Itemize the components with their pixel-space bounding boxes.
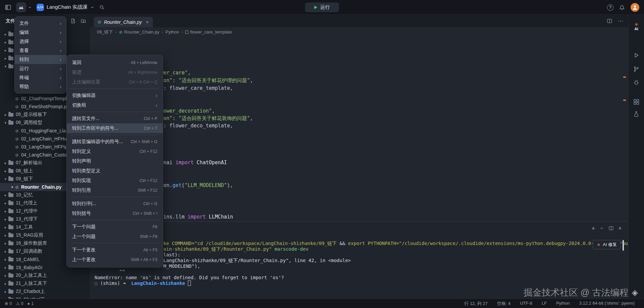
editor-tab[interactable]: ⊘ Rounter_Chain.py ×	[94, 17, 153, 27]
terminal-cursor	[188, 281, 191, 286]
chevron-right-icon: ›	[60, 57, 61, 62]
status-bar: ⊗0⚠0●1 行 12, 列 27空格: 4UTF-8LFPython3.12.…	[0, 299, 644, 308]
breadcrumb-item[interactable]: 09_链下	[97, 29, 113, 35]
menu-item[interactable]: 帮助›	[15, 82, 66, 91]
breadcrumb-item[interactable]: ⊘Rounter_Chain.py	[119, 29, 159, 35]
menu-item[interactable]: 跳转至文件...Ctrl + P	[67, 114, 163, 123]
menu-item[interactable]: 终端›	[15, 73, 66, 82]
menu-item-shortcut: Shift + Alt + F3	[131, 257, 157, 262]
error-icon: ⊗	[5, 301, 8, 306]
chevron-down-icon	[90, 5, 94, 9]
tree-item-label: 18_CAMEL	[16, 257, 40, 262]
menu-item[interactable]: 上一个问题Shift + F8	[67, 232, 163, 241]
menu-item-label: 上一个更改	[72, 257, 125, 263]
menu-item[interactable]: 转到类型定义	[67, 166, 163, 176]
more-actions-icon[interactable]: ⋯	[618, 18, 624, 24]
menu-item[interactable]: 运行›	[15, 64, 66, 73]
help-icon[interactable]: ?	[607, 4, 613, 11]
python-file-icon: ⊘	[15, 153, 19, 157]
folder-icon	[8, 49, 13, 52]
run-debug-icon[interactable]	[633, 52, 640, 59]
ai-fix-button[interactable]: ✳ AI 修复	[593, 240, 621, 249]
close-panel-icon[interactable]: ×	[619, 225, 622, 231]
workspace-logo[interactable]	[16, 2, 32, 12]
menu-item[interactable]: 切换组›	[67, 100, 163, 110]
menu-item[interactable]: 文件›	[15, 19, 66, 28]
breadcrumb-item[interactable]: Python	[165, 29, 179, 35]
menu-item-shortcut: Ctrl + F12	[140, 149, 157, 154]
tree-item-folder[interactable]: ▸21_人脉工具下	[0, 280, 90, 288]
chevron-right-icon: ▸	[3, 113, 8, 117]
status-python-interpreter[interactable]: 3.12.2 64-bit ('shims': pyenv)	[579, 301, 635, 307]
menu-item[interactable]: 转到定义Ctrl + F12	[67, 146, 163, 156]
menu-item[interactable]: 下一个问题F8	[67, 222, 163, 232]
menu-item[interactable]: 查看›	[15, 46, 66, 55]
chevron-right-icon: ›	[60, 39, 61, 44]
close-icon[interactable]: ×	[146, 19, 149, 25]
sidebar-toggle-icon[interactable]	[5, 4, 11, 11]
status-cursor-position[interactable]: 行 12, 列 27	[464, 301, 487, 307]
folder-icon	[8, 193, 13, 197]
menu-item[interactable]: 转到引用Shift + F12	[67, 185, 163, 195]
breadcrumb-label: Rounter_Chain.py	[124, 29, 159, 35]
chevron-right-icon: ›	[60, 75, 61, 80]
python-file-icon: ⊘	[15, 105, 19, 109]
problems-indicator[interactable]: ⊗0⚠0●1	[5, 301, 34, 306]
project-icon: </>	[37, 4, 44, 11]
menu-item[interactable]: 切换编辑器›	[67, 90, 163, 100]
tree-item-folder[interactable]: ▸23_Chatbot下	[0, 296, 90, 299]
status-language-mode[interactable]: Python	[556, 301, 570, 307]
new-folder-icon[interactable]	[80, 18, 86, 24]
debug-icon[interactable]	[633, 79, 640, 85]
tree-item-folder[interactable]: ▸20_人脉工具上	[0, 271, 90, 280]
tree-item-label: 10_记忆	[16, 192, 33, 198]
code-line: nai import ChatOpenAI	[163, 160, 227, 166]
status-eol[interactable]: LF	[542, 301, 547, 307]
menu-item-label: 切换组	[72, 102, 150, 108]
menu-item[interactable]: 编辑›	[15, 28, 66, 37]
split-terminal-icon[interactable]	[608, 226, 614, 231]
menu-item[interactable]: 转到实现Ctrl + F12	[67, 176, 163, 185]
search-icon[interactable]	[99, 4, 105, 10]
status-encoding[interactable]: UTF-8	[520, 301, 532, 307]
ai-assistant-icon[interactable]: ✳ AI	[634, 22, 638, 31]
menu-item[interactable]: 返回Alt + LeftArrow	[67, 58, 163, 67]
split-editor-icon[interactable]	[607, 18, 612, 24]
chevron-right-icon: ▸	[3, 161, 8, 165]
terminal-scrollbar[interactable]	[623, 240, 624, 251]
run-button[interactable]: 运行	[305, 3, 339, 12]
new-file-icon[interactable]	[70, 18, 76, 24]
editor-area: ⊘ Rounter_Chain.py × ⋯ 09_链下›⊘Rounter_Ch…	[90, 15, 628, 222]
chevron-right-icon: ›	[156, 103, 157, 108]
chevron-down-icon[interactable]	[600, 226, 604, 230]
chevron-right-icon: ▸	[3, 40, 8, 45]
menu-item[interactable]: 下一个更改Alt + F3	[67, 245, 163, 255]
breadcrumb-item[interactable]: flower_care_template	[185, 29, 232, 35]
menu-item[interactable]: 转到›	[15, 55, 66, 64]
test-flask-icon[interactable]	[633, 111, 640, 117]
extensions-icon[interactable]	[633, 99, 640, 105]
menu-item[interactable]: 跳转至编辑器中的符号...Ctrl + Shift + O	[67, 137, 163, 146]
menu-item-label: 前进	[72, 69, 122, 75]
new-terminal-icon[interactable]: +	[592, 226, 595, 231]
menu-item[interactable]: 转到行/列...Ctrl + G	[67, 199, 163, 208]
menu-item-label: 转到引用	[72, 187, 132, 193]
source-control-icon[interactable]	[633, 66, 640, 72]
menu-item[interactable]: 选择›	[15, 37, 66, 46]
menu-item[interactable]: 转到工作区中的符号...Ctrl + T	[67, 123, 163, 133]
menu-item-shortcut: F8	[153, 225, 157, 229]
menu-item-label: 运行	[19, 66, 54, 72]
bell-icon[interactable]	[619, 4, 625, 11]
ai-fix-label: AI 修复	[603, 242, 617, 248]
menu-item[interactable]: 转到声明	[67, 156, 163, 166]
terminal-line: LangChain-shizhanke/09_链下/Rounter_Chain.…	[163, 258, 351, 264]
code-area[interactable]: 25prompt_infos = [26"key": "flower_care"…	[90, 37, 628, 222]
folder-icon	[8, 121, 13, 125]
project-selector[interactable]: </> LangChain 实战课	[37, 4, 94, 11]
terminal-line: NameError: name 'os' is not defined. Did…	[95, 275, 284, 280]
menu-item[interactable]: 上一个更改Shift + Alt + F3	[67, 255, 163, 264]
status-indent-setting[interactable]: 空格: 4	[497, 301, 511, 307]
menu-item[interactable]: 转到括号Ctrl + Shift + \	[67, 208, 163, 218]
avatar[interactable]	[631, 3, 639, 12]
tree-item-folder[interactable]: ▸22_Chatbot上	[0, 288, 90, 296]
